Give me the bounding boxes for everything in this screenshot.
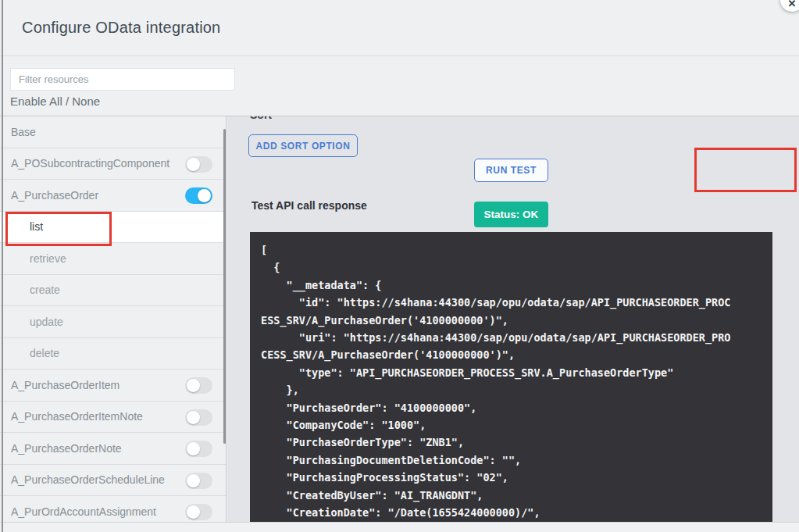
toggle-switch-off[interactable] <box>185 473 212 489</box>
resources-sidebar: BaseA_POSubcontractingComponentA_Purchas… <box>0 116 227 522</box>
sidebar-item-label: A_PurchaseOrderItemNote <box>0 410 143 423</box>
sidebar-item-label: delete <box>0 347 59 359</box>
sidebar-item-retrieve[interactable]: retrieve <box>0 243 226 275</box>
add-sort-option-button[interactable]: ADD SORT OPTION <box>248 134 358 157</box>
sidebar-scrollbar[interactable] <box>223 129 226 444</box>
toggle-knob <box>187 379 200 392</box>
sidebar-item-label: Base <box>0 126 36 138</box>
sort-section-label: Sort <box>250 116 272 121</box>
sidebar-item-label: A_PurchaseOrderNote <box>0 442 122 455</box>
dialog-left-border <box>2 0 3 532</box>
sidebar-item-a_purchaseorderitem[interactable]: A_PurchaseOrderItem <box>0 370 226 402</box>
sidebar-item-update[interactable]: update <box>0 306 226 338</box>
toggle-knob <box>187 158 200 171</box>
sidebar-item-label: A_POSubcontractingComponent <box>0 157 169 170</box>
filter-section: Enable All / None <box>0 56 799 116</box>
sidebar-item-delete[interactable]: delete <box>0 338 226 370</box>
sidebar-item-label: update <box>0 316 63 328</box>
sidebar-item-label: A_PurchaseOrder <box>0 189 98 202</box>
sidebar-item-base[interactable]: Base <box>0 116 226 148</box>
sidebar-item-label: A_PurchaseOrderScheduleLine <box>0 473 165 486</box>
sidebar-item-a_purchaseordernote[interactable]: A_PurchaseOrderNote <box>0 433 226 465</box>
main-panel: Sort ADD SORT OPTION RUN TEST Test API c… <box>227 116 799 522</box>
toggle-switch-on[interactable] <box>185 187 212 204</box>
sidebar-item-label: create <box>0 284 60 296</box>
toggle-switch-off[interactable] <box>185 504 212 520</box>
dialog-title: Configure OData integration <box>22 19 220 37</box>
toggle-switch-off[interactable] <box>185 409 212 426</box>
sidebar-item-a_purordaccountassignment[interactable]: A_PurOrdAccountAssignment <box>0 496 226 522</box>
dialog-header: Configure OData integration <box>0 0 799 56</box>
sidebar-item-label: retrieve <box>0 252 66 265</box>
toggle-knob <box>187 505 200 519</box>
toggle-switch-off[interactable] <box>185 156 212 173</box>
sidebar-item-label: A_PurchaseOrderItem <box>0 379 119 391</box>
sidebar-item-a_purchaseorder[interactable]: A_PurchaseOrder <box>0 180 226 212</box>
sidebar-item-label: A_PurOrdAccountAssignment <box>0 505 156 518</box>
enable-all-none-links[interactable]: Enable All / None <box>10 95 100 108</box>
sidebar-item-a_purchaseorderitemnote[interactable]: A_PurchaseOrderItemNote <box>0 402 226 434</box>
sidebar-item-label: list <box>0 220 43 233</box>
status-badge: Status: OK <box>474 202 548 227</box>
sidebar-item-a_posubcontractingcomponent[interactable]: A_POSubcontractingComponent <box>0 148 226 180</box>
bottom-scrollbar-track[interactable] <box>0 522 799 532</box>
sidebar-item-create[interactable]: create <box>0 275 226 307</box>
run-test-button[interactable]: RUN TEST <box>474 159 548 182</box>
test-api-response-label: Test API call response <box>251 199 367 212</box>
toggle-knob <box>187 474 200 487</box>
close-icon: ✕ <box>788 0 797 9</box>
toggle-knob <box>187 411 200 424</box>
filter-resources-input[interactable] <box>10 68 235 91</box>
toggle-switch-off[interactable] <box>185 377 212 394</box>
toggle-knob <box>187 442 200 455</box>
toggle-knob <box>198 189 211 202</box>
api-response-code-block[interactable]: [ { "__metadata": { "id": "https://s4han… <box>250 232 772 522</box>
toggle-switch-off[interactable] <box>185 441 212 457</box>
sidebar-item-list[interactable]: list <box>0 212 226 244</box>
sidebar-item-a_purchaseorderscheduleline[interactable]: A_PurchaseOrderScheduleLine <box>0 465 226 497</box>
